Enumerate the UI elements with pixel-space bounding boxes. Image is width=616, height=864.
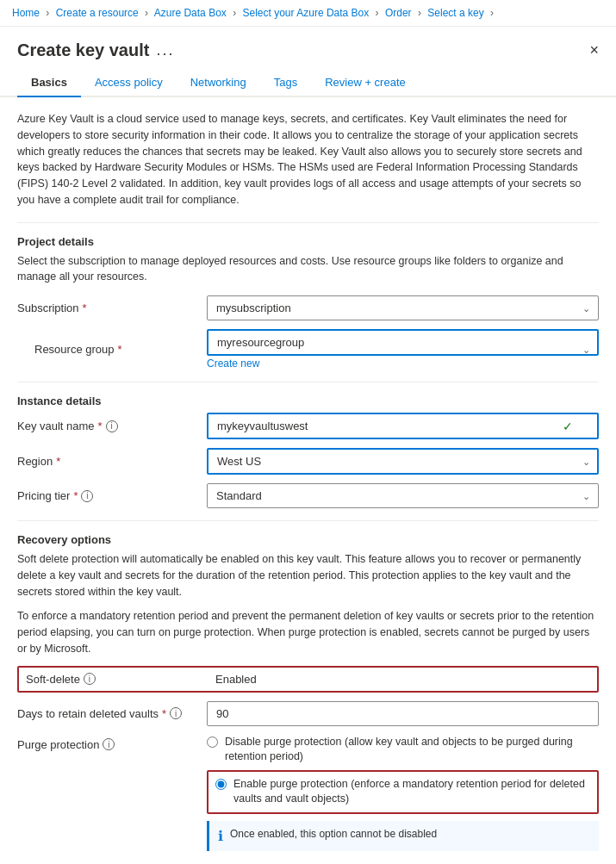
kvname-required: * [98, 420, 103, 432]
tab-basics[interactable]: Basics [17, 69, 81, 97]
purge-info-icon[interactable]: i [103, 738, 115, 750]
soft-delete-value: Enabled [215, 673, 257, 686]
subscription-control: mysubscription ⌄ [207, 295, 599, 320]
breadcrumb-sep6: › [490, 7, 494, 19]
subscription-label: Subscription * [17, 301, 207, 314]
breadcrumb-sep2: › [145, 7, 148, 19]
key-vault-name-input[interactable] [207, 413, 599, 439]
main-panel: Create key vault ... × Basics Access pol… [0, 27, 616, 864]
breadcrumb-sep1: › [46, 7, 49, 19]
subscription-required: * [83, 301, 87, 314]
panel-header: Create key vault ... × [0, 27, 616, 60]
region-select[interactable]: West US [207, 448, 599, 475]
region-row: Region * West US ⌄ [17, 448, 599, 475]
key-vault-name-row: Key vault name * i ✓ [17, 413, 599, 439]
close-button[interactable]: × [589, 41, 599, 59]
resource-group-select[interactable]: myresourcegroup [207, 329, 599, 356]
subscription-select[interactable]: mysubscription [207, 295, 599, 320]
days-required: * [162, 707, 166, 720]
tab-review-create[interactable]: Review + create [311, 69, 420, 97]
ellipsis-button[interactable]: ... [156, 41, 174, 59]
kvname-info-icon[interactable]: i [106, 420, 118, 432]
purge-protection-control: Disable purge protection (allow key vaul… [207, 735, 599, 851]
soft-delete-info-icon[interactable]: i [84, 673, 96, 685]
breadcrumb: Home › Create a resource › Azure Data Bo… [0, 0, 616, 27]
tabs-bar: Basics Access policy Networking Tags Rev… [0, 60, 616, 97]
pricing-tier-select[interactable]: Standard [207, 483, 599, 508]
purge-option2-radio[interactable] [215, 779, 227, 790]
days-retain-control [207, 701, 599, 726]
purge-option2-label: Enable purge protection (enforce a manda… [233, 777, 590, 807]
days-retain-input[interactable] [207, 701, 599, 726]
days-retain-row: Days to retain deleted vaults * i [17, 701, 599, 726]
purge-info-circle-icon: ℹ [218, 828, 223, 844]
days-retain-label: Days to retain deleted vaults * i [17, 707, 207, 720]
pricing-tier-label: Pricing tier * i [17, 489, 207, 502]
breadcrumb-create-resource[interactable]: Create a resource [56, 7, 139, 19]
breadcrumb-sep5: › [418, 7, 421, 19]
key-vault-name-label: Key vault name * i [17, 420, 207, 432]
breadcrumb-select-data-box[interactable]: Select your Azure Data Box [243, 7, 370, 19]
pricing-info-icon[interactable]: i [81, 490, 93, 502]
create-new-link[interactable]: Create new [207, 357, 599, 370]
purge-option2-row: Enable purge protection (enforce a manda… [207, 770, 599, 814]
content-area: Azure Key Vault is a cloud service used … [0, 97, 616, 864]
soft-delete-row: Soft-delete i Enabled [17, 666, 599, 693]
purge-option1-label: Disable purge protection (allow key vaul… [225, 735, 599, 765]
pricing-tier-row: Pricing tier * i Standard ⌄ [17, 483, 599, 508]
breadcrumb-sep3: › [233, 7, 236, 19]
region-label: Region * [17, 455, 207, 468]
breadcrumb-home[interactable]: Home [12, 7, 40, 19]
purge-option1-row: Disable purge protection (allow key vaul… [207, 735, 599, 765]
resource-group-label: Resource group * [17, 343, 207, 356]
days-info-icon[interactable]: i [170, 707, 182, 719]
key-vault-name-control: ✓ [207, 413, 599, 439]
recovery-desc2: To enforce a mandatory retention period … [17, 608, 599, 656]
region-control: West US ⌄ [207, 448, 599, 475]
tab-networking[interactable]: Networking [177, 69, 260, 97]
tab-tags[interactable]: Tags [260, 69, 311, 97]
subscription-row: Subscription * mysubscription ⌄ [17, 295, 599, 320]
resource-group-required: * [118, 343, 122, 356]
panel-title: Create key vault [17, 40, 149, 60]
resource-group-row: Resource group * myresourcegroup ⌄ Creat… [17, 329, 599, 370]
pricing-required: * [73, 489, 78, 502]
region-required: * [56, 455, 60, 468]
purge-info-box: ℹ Once enabled, this option cannot be di… [207, 821, 599, 851]
recovery-desc1: Soft delete protection will automaticall… [17, 551, 599, 600]
soft-delete-label: Soft-delete i [26, 673, 215, 686]
purge-protection-row: Purge protection i Disable purge protect… [17, 735, 599, 851]
tab-access-policy[interactable]: Access policy [81, 69, 177, 97]
resource-group-control: myresourcegroup ⌄ Create new [207, 329, 599, 370]
kvname-checkmark-icon: ✓ [563, 420, 573, 433]
breadcrumb-sep4: › [376, 7, 379, 19]
purge-radio-group: Disable purge protection (allow key vaul… [207, 735, 599, 814]
breadcrumb-order[interactable]: Order [385, 7, 412, 19]
purge-protection-label: Purge protection i [17, 738, 207, 751]
purge-info-text: Once enabled, this option cannot be disa… [230, 828, 437, 840]
project-details-title: Project details [17, 235, 599, 248]
pricing-tier-control: Standard ⌄ [207, 483, 599, 508]
breadcrumb-azure-data-box[interactable]: Azure Data Box [154, 7, 227, 19]
project-details-desc: Select the subscription to manage deploy… [17, 253, 599, 286]
breadcrumb-select-key[interactable]: Select a key [427, 7, 483, 19]
instance-details-title: Instance details [17, 395, 599, 407]
purge-option1-radio[interactable] [207, 737, 218, 748]
intro-description: Azure Key Vault is a cloud service used … [17, 111, 599, 208]
recovery-options-title: Recovery options [17, 533, 599, 546]
